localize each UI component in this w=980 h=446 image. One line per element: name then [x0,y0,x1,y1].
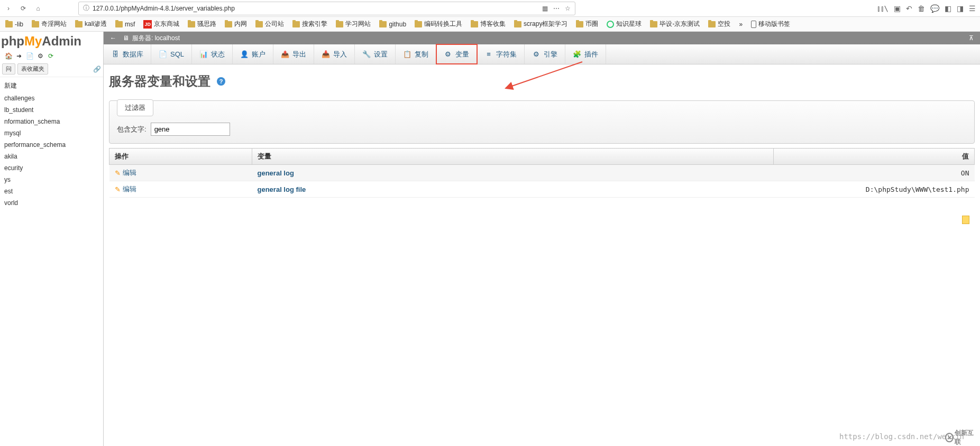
users-icon: 👤 [240,50,249,59]
new-database-link[interactable]: 新建 [0,79,103,92]
more-icon[interactable]: ⋯ [553,5,560,12]
tab-import[interactable]: 📥导入 [314,44,355,64]
undo-icon[interactable]: ↶ [906,4,912,13]
database-item[interactable]: ys [0,174,103,185]
bookmark-item-6[interactable]: 内网 [222,18,250,30]
bookmark-item-10[interactable]: github [376,20,409,29]
bookmark-item-13[interactable]: scrapy框架学习 [511,18,571,30]
database-item[interactable]: ecurity [0,162,103,174]
corner-logo: ✕创新互联 [945,432,977,443]
docs-icon[interactable]: 📄 [25,52,34,60]
ext2-icon[interactable]: ◨ [957,4,964,13]
bookmark-item-18[interactable]: 移动版书签 [748,18,793,30]
url-bar[interactable]: ⓘ 127.0.0.1/phpMyAdmin-4.8.1/server_vari… [78,2,575,15]
library-icon[interactable]: ⫿⫿\ [877,4,889,13]
export-icon: 📤 [281,50,289,59]
reload-icon[interactable]: ⟳ [47,52,55,60]
star-icon[interactable]: ☆ [565,5,571,12]
bookmark-item-17[interactable]: 空投 [705,18,734,30]
tab-vars[interactable]: ⚙变量 [436,44,477,64]
bookmark-item-15[interactable]: 知识星球 [603,18,645,30]
bookmark-item-5[interactable]: 骚思路 [185,18,219,30]
tab-settings[interactable]: 🔧设置 [355,44,396,64]
filter-legend: 过滤器 [117,99,153,116]
bookmark-icon [708,21,716,27]
tab-sql[interactable]: 📄SQL [151,44,192,64]
bookmark-item-3[interactable]: msf [112,20,138,29]
filter-input[interactable] [151,123,230,136]
bookmark-item-1[interactable]: 奇淫网站 [29,18,70,30]
tab-db[interactable]: 🗄数据库 [104,44,151,64]
bookmark-item-12[interactable]: 博客收集 [468,18,509,30]
collapse-sidebar-button[interactable]: ← [110,34,116,42]
info-icon[interactable]: ⓘ [83,4,89,13]
bookmark-bar: -lib奇淫网站kali渗透msfJD京东商城骚思路内网公司站搜索引擎学习网站g… [0,17,980,32]
bookmark-icon [336,21,343,27]
col-action: 操作 [109,148,252,165]
chat-icon[interactable]: 💬 [930,4,939,13]
tab-export[interactable]: 📤导出 [273,44,314,64]
engine-icon: ⚙ [532,50,541,59]
bookmark-item-11[interactable]: 编码转换工具 [411,18,465,30]
bookmark-item-7[interactable]: 公司站 [252,18,287,30]
bookmark-icon [225,21,232,27]
ext1-icon[interactable]: ◧ [945,4,951,13]
database-item[interactable]: est [0,185,103,197]
database-item[interactable]: lb_student [0,104,103,116]
qr-icon[interactable]: ▦ [542,5,548,12]
edit-link[interactable]: ✎编辑 [115,184,247,194]
nav-forward-icon[interactable]: › [4,4,13,13]
home-icon[interactable]: 🏠 [4,52,13,60]
database-list: 新建 challengeslb_studentnformation_schema… [0,77,103,211]
bookmark-item-9[interactable]: 学习网站 [333,18,374,30]
trash-icon[interactable]: 🗑 [918,4,925,13]
bookmark-icon [751,21,756,28]
recent-button[interactable]: 问 [2,63,15,75]
note-icon[interactable] [962,216,969,224]
bookmark-item-4[interactable]: JD京东商城 [140,18,182,30]
bookmark-item-2[interactable]: kali渗透 [72,18,110,30]
link-icon[interactable]: 🔗 [93,66,101,73]
database-item[interactable]: vorld [0,197,103,209]
edit-link[interactable]: ✎编辑 [115,168,247,178]
tab-copy[interactable]: 📋复制 [396,44,436,64]
filter-box: 过滤器 包含文字: [109,100,975,144]
server-label[interactable]: 服务器: localhost [132,34,180,43]
favorite-button[interactable]: 表收藏夹 [17,63,48,75]
bookmark-icon [292,21,300,27]
database-item[interactable]: akila [0,151,103,162]
tab-charset[interactable]: ≡字符集 [477,44,525,64]
settings-icon[interactable]: ⚙ [36,52,44,60]
help-icon[interactable]: ? [217,77,225,86]
nav-home-icon[interactable]: ⌂ [34,4,42,13]
tab-plugin[interactable]: 🧩插件 [565,44,606,64]
server-icon: 🖥 [123,34,129,42]
import-icon: 📥 [322,50,330,59]
tab-engine[interactable]: ⚙引擎 [525,44,565,64]
bookmark-icon [5,21,13,27]
variable-name[interactable]: general log file [258,185,306,193]
sidebar-quick-icons: 🏠 ➜ 📄 ⚙ ⟳ [0,51,103,61]
database-item[interactable]: challenges [0,92,103,104]
bookmark-icon [576,21,583,27]
database-item[interactable]: performance_schema [0,139,103,151]
bookmark-item-16[interactable]: 毕设-京东测试 [647,18,703,30]
tab-users[interactable]: 👤账户 [233,44,273,64]
overflow-icon[interactable]: » [739,21,743,28]
bookmark-item-8[interactable]: 搜索引擎 [289,18,331,30]
variable-name[interactable]: general log [258,169,294,177]
nav-reload-icon[interactable]: ⟳ [19,4,28,13]
logout-icon[interactable]: ➜ [15,52,23,60]
bookmark-item-14[interactable]: 币圈 [573,18,601,30]
table-row: ✎编辑general logON [109,165,975,181]
database-item[interactable]: nformation_schema [0,116,103,127]
bookmark-item-0[interactable]: -lib [2,20,26,29]
tab-status[interactable]: 📊状态 [192,44,233,64]
settings-icon: 🔧 [362,50,371,59]
database-item[interactable]: mysql [0,127,103,139]
close-topbar-icon[interactable]: ⊼ [969,34,974,42]
menu-icon[interactable]: ☰ [969,4,976,13]
sidebar-icon[interactable]: ▣ [894,4,901,13]
variable-value: ON [774,165,975,181]
sidebar: phpMyAdmin 🏠 ➜ 📄 ⚙ ⟳ 问 表收藏夹 🔗 新建 challen… [0,32,104,446]
